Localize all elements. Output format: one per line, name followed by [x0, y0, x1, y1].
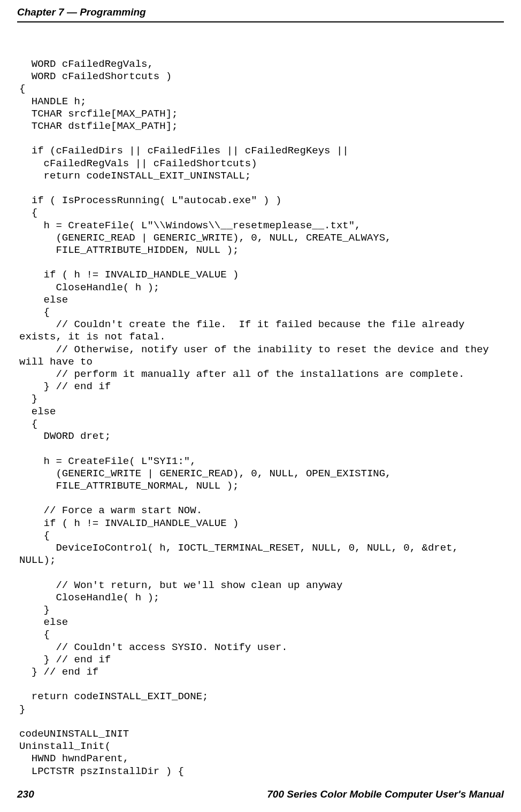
header-left: Chapter 7 — Programming: [17, 6, 146, 18]
page-number: 230: [17, 788, 34, 800]
header-rule: [17, 21, 504, 22]
code-block: WORD cFailedRegVals, WORD cFailedShortcu…: [19, 58, 510, 778]
page: Chapter 7 — Programming WORD cFailedRegV…: [0, 0, 521, 812]
footer-text: 700 Series Color Mobile Computer User's …: [267, 788, 504, 800]
page-footer: 230 700 Series Color Mobile Computer Use…: [0, 788, 521, 800]
page-header: Chapter 7 — Programming: [0, 6, 521, 21]
